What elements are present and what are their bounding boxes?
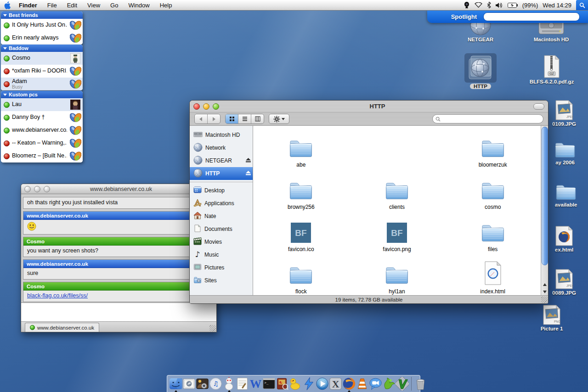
dock-vlc[interactable] <box>356 376 369 392</box>
menu-window[interactable]: Window <box>123 0 154 10</box>
sidebar-item-documents[interactable]: Documents <box>190 223 253 235</box>
chat-tab[interactable]: www.debianserver.co.uk <box>25 323 99 332</box>
buddy-row[interactable]: AdamBusy <box>1 78 83 90</box>
desktop-icon-available[interactable]: available <box>543 184 588 207</box>
dock-msn-messenger[interactable] <box>382 376 396 392</box>
sidebar-item-music[interactable]: ♪Music <box>190 248 253 261</box>
close-button[interactable] <box>24 186 31 192</box>
file-browny256[interactable]: browny256 <box>253 171 349 213</box>
file-flock[interactable]: flock <box>253 255 349 295</box>
buddy-row[interactable]: Cosmo <box>1 52 83 65</box>
dock-cyberduck[interactable] <box>289 376 302 392</box>
column-view-button[interactable] <box>251 114 264 123</box>
scroll-up-arrow[interactable] <box>543 283 547 286</box>
dock-quicktime[interactable] <box>316 376 329 392</box>
dock-firefox[interactable] <box>342 376 356 392</box>
file-bloomerzuk[interactable]: bloomerzuk <box>445 129 541 171</box>
buddy-row[interactable]: www.debianserver.co.uk <box>1 124 83 137</box>
spotlight-input[interactable] <box>483 12 580 21</box>
menu-bar-clock[interactable]: Wed 14:29 <box>543 2 571 9</box>
file-files[interactable]: files <box>445 213 541 255</box>
sidebar-item-applications[interactable]: Applications <box>190 197 253 210</box>
desktop-icon-blfs-6-2-0-pdf-gz[interactable]: GZBLFS-6.2.0.pdf.gz <box>529 55 575 84</box>
icon-view-button[interactable] <box>226 114 238 123</box>
dock-mail[interactable] <box>182 376 196 392</box>
eject-icon[interactable] <box>246 170 251 177</box>
resize-grip[interactable] <box>209 325 216 331</box>
desktop-icon-picture-1[interactable]: PNGPicture 1 <box>529 305 575 331</box>
sidebar-item-movies[interactable]: Movies <box>190 235 253 248</box>
dock-ichat[interactable] <box>369 376 382 392</box>
file-favicon-ico[interactable]: BFfavicon.ico <box>253 213 349 255</box>
menu-view[interactable]: View <box>82 0 105 10</box>
list-view-button[interactable] <box>238 114 251 123</box>
desktop-icon-ay-2006[interactable]: ay 2006 <box>542 141 588 165</box>
chat-input[interactable] <box>21 302 216 321</box>
sidebar-item-sites[interactable]: Sites <box>190 274 253 287</box>
zoom-button[interactable] <box>44 186 50 192</box>
dock-trash[interactable] <box>414 376 427 392</box>
menu-help[interactable]: Help <box>155 0 177 10</box>
search-field[interactable] <box>432 114 543 123</box>
sidebar-item-pictures[interactable]: Pictures <box>190 261 253 274</box>
chat-link[interactable]: black-flag.co.uk/files/ss/ <box>27 292 88 299</box>
scrollbar-arrows[interactable] <box>541 282 548 294</box>
forward-button[interactable] <box>208 114 220 123</box>
buddy-row[interactable]: Erin nearly always <box>1 32 83 45</box>
eject-icon[interactable] <box>246 157 251 164</box>
dock-textedit[interactable] <box>236 376 249 392</box>
dock-x11[interactable]: X <box>329 376 342 392</box>
desktop-icon-http[interactable]: HTTP <box>458 53 503 89</box>
camera-icon[interactable] <box>464 2 470 9</box>
finder-window-controls[interactable] <box>193 103 219 110</box>
vertical-scrollbar[interactable] <box>541 126 548 295</box>
buddy-group-header[interactable]: Best friends <box>1 11 83 19</box>
resize-grip[interactable] <box>541 297 548 303</box>
sidebar-item-netgear[interactable]: NETGEAR <box>190 154 253 167</box>
close-button[interactable] <box>193 103 200 110</box>
sidebar-item-http[interactable]: HTTP <box>190 167 253 180</box>
buddy-group-header[interactable]: Kustom pcs <box>1 91 83 98</box>
dock-itunes[interactable]: ♫ <box>209 376 222 392</box>
sidebar-item-network[interactable]: Network <box>190 141 253 154</box>
minimize-button[interactable] <box>34 186 40 192</box>
volume-icon[interactable] <box>496 2 503 8</box>
spotlight-menu-icon[interactable] <box>576 0 588 10</box>
file-hyl1an[interactable]: hyl1an <box>349 255 445 295</box>
finder-titlebar[interactable]: HTTP <box>190 101 548 112</box>
dock-terminal[interactable]: >_ <box>262 376 276 392</box>
buddy-group-header[interactable]: Baddow <box>1 45 83 52</box>
back-button[interactable] <box>195 114 208 123</box>
file-abe[interactable]: abe <box>253 129 349 171</box>
buddy-row[interactable]: Lau <box>1 98 83 111</box>
dock-finder[interactable] <box>169 376 182 392</box>
sidebar-item-nate[interactable]: Nate <box>190 210 253 223</box>
buddy-row[interactable]: It Only Hurts Just On… <box>1 19 83 32</box>
dock-lightning[interactable] <box>302 376 316 392</box>
chat-window-controls[interactable] <box>24 186 50 192</box>
sidebar-item-desktop[interactable]: Desktop <box>190 184 253 197</box>
buddy-row[interactable]: *oxfam Riki – DOORI… <box>1 65 83 78</box>
file-index-html[interactable]: index.html <box>445 255 541 295</box>
buddy-row[interactable]: Bloomerz – [Built Ne… <box>1 150 83 162</box>
dock-vim[interactable] <box>396 376 409 392</box>
menu-go[interactable]: Go <box>105 0 123 10</box>
dock-messenger-alien[interactable] <box>222 376 236 392</box>
dock-word[interactable]: W <box>249 376 262 392</box>
file-cosmo[interactable]: cosmo <box>445 171 541 213</box>
file-favicon-png[interactable]: BFfavicon.png <box>349 213 445 255</box>
chat-titlebar[interactable]: www.debianserver.co.uk <box>21 184 216 194</box>
dock-comic-life[interactable] <box>276 376 289 392</box>
search-input[interactable] <box>442 115 540 123</box>
menu-finder[interactable]: Finder <box>14 0 42 10</box>
wifi-icon[interactable] <box>475 2 482 8</box>
buddy-row[interactable]: Danny Boy † <box>1 111 83 124</box>
battery-icon[interactable] <box>508 3 518 8</box>
menu-file[interactable]: File <box>42 0 62 10</box>
action-menu-button[interactable] <box>269 114 289 124</box>
toolbar-toggle-pill[interactable] <box>533 103 544 110</box>
buddy-row[interactable]: -- Keaton – Warning,… <box>1 137 83 150</box>
minimize-button[interactable] <box>203 103 209 110</box>
apple-menu[interactable] <box>0 1 14 9</box>
menu-edit[interactable]: Edit <box>62 0 82 10</box>
